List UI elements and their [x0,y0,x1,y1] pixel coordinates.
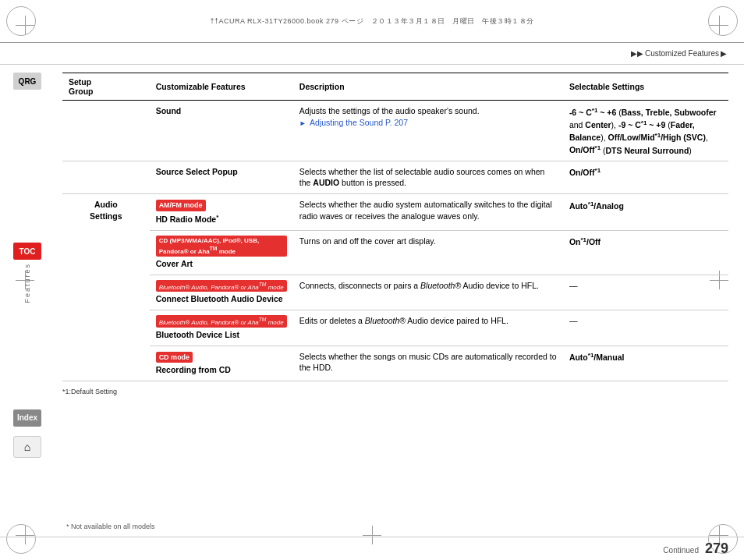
cell-settings-btconnect: — [563,275,728,310]
cell-setup-sound [62,101,150,161]
footnote-section: *1:Default Setting [62,388,728,395]
link-icon-sound: ► [299,119,306,127]
desc-text-btlist: Edits or deletes a Bluetooth® Audio devi… [299,316,508,325]
home-button[interactable]: ⌂ [13,436,41,458]
cell-feature-btlist: Bluetooth® Audio, Pandora® or AhaTM mode… [150,310,293,346]
continued-text: Continued [663,546,699,555]
cell-desc-btconnect: Connects, disconnects or pairs a Bluetoo… [293,275,563,310]
cell-setup-ssp [62,161,150,193]
feature-name-recording: Recording from CD [156,365,231,374]
desc-text-btconnect: Connects, disconnects or pairs a Bluetoo… [299,281,539,290]
setup-group-audio: AudioSettings [90,200,122,221]
cell-desc-ssp: Selects whether the list of selectable a… [293,161,563,193]
cell-settings-hdradio: Auto*1/Analog [563,194,728,231]
top-bar-text: ††ACURA RLX-31TY26000.book 279 ページ ２０１３年… [210,16,533,27]
settings-recording: Auto*1/Manual [569,353,625,362]
th-customizable: Customizable Features [150,73,293,101]
main-content: SetupGroup Customizable Features Descrip… [55,65,744,560]
footnote-1: *1:Default Setting [62,388,728,395]
mode-badge-cd: CD (MP3/WMA/AAC), iPod®, USB, Pandora® o… [156,236,287,257]
header-nav: ▶▶ Customized Features ▶ [0,43,744,65]
feature-name-btlist: Bluetooth Device List [156,330,239,339]
settings-hdradio: Auto*1/Analog [569,201,624,211]
feature-name-hdradio: HD Radio Mode* [156,214,219,224]
table-row: Sound Adjusts the settings of the audio … [62,101,728,161]
page-number: 279 [705,541,728,557]
cell-feature-sound: Sound [150,101,293,161]
table-row: CD mode Recording from CD Selects whethe… [62,346,728,381]
cell-settings-btlist: — [563,310,728,346]
desc-text-ssp: Selects whether the list of selectable a… [299,167,545,188]
cell-settings-ssp: On/Off*1 [563,161,728,193]
cell-feature-hdradio: AM/FM mode HD Radio Mode* [150,194,293,231]
settings-coverart: On*1/Off [569,237,601,246]
cell-setup-audio: AudioSettings [62,194,150,381]
feature-name-ssp: Source Select Popup [156,167,238,176]
th-selectable: Selectable Settings [563,73,728,101]
cell-settings-sound: -6 ~ C*1 ~ +6 (Bass, Treble, Subwoofer a… [563,101,728,161]
feature-name-btconnect: Connect Bluetooth Audio Device [156,294,283,303]
table-row: AudioSettings AM/FM mode HD Radio Mode* … [62,194,728,231]
cell-settings-recording: Auto*1/Manual [563,346,728,381]
mode-badge-bt1: Bluetooth® Audio, Pandora® or AhaTM mode [156,280,287,292]
cell-feature-ssp: Source Select Popup [150,161,293,193]
cell-desc-recording: Selects whether the songs on music CDs a… [293,346,563,381]
footnote-2: * Not available on all models [66,523,155,530]
mode-badge-amfm: AM/FM mode [156,200,206,211]
cell-desc-sound: Adjusts the settings of the audio speake… [293,101,563,161]
bottom-right: Continued 279 [663,541,728,557]
desc-text-sound: Adjusts the settings of the audio speake… [299,106,480,115]
cell-desc-btlist: Edits or deletes a Bluetooth® Audio devi… [293,310,563,346]
th-description: Description [293,73,563,101]
cell-desc-coverart: Turns on and off the cover art display. [293,230,563,275]
desc-text-recording: Selects whether the songs on music CDs a… [299,352,557,373]
toc-section: TOC Features [13,243,41,303]
mode-badge-cdmode: CD mode [156,352,193,363]
mode-badge-bt2: Bluetooth® Audio, Pandora® or AhaTM mode [156,315,287,328]
feature-name-coverart: Cover Art [156,259,193,268]
home-icon-glyph: ⌂ [24,441,30,453]
link-sound[interactable]: Adjusting the Sound P. 207 [310,118,408,127]
bottom-bar: Continued 279 [0,537,744,560]
table-row: Bluetooth® Audio, Pandora® or AhaTM mode… [62,275,728,310]
header-nav-suffix: ▶ [721,49,727,58]
qrg-badge[interactable]: QRG [13,73,41,90]
settings-ssp: On/Off*1 [569,168,601,177]
toc-badge[interactable]: TOC [13,243,41,260]
cell-desc-hdradio: Selects whether the audio system automat… [293,194,563,231]
left-sidebar: QRG TOC Features Index ⌂ [0,65,55,537]
table-row: Bluetooth® Audio, Pandora® or AhaTM mode… [62,310,728,346]
desc-text-coverart: Turns on and off the cover art display. [299,236,436,246]
header-nav-title: Customized Features [645,49,719,58]
index-badge[interactable]: Index [13,409,41,427]
table-row: CD (MP3/WMA/AAC), iPod®, USB, Pandora® o… [62,230,728,275]
header-nav-arrows: ▶▶ [631,49,643,58]
top-bar: ††ACURA RLX-31TY26000.book 279 ページ ２０１３年… [0,0,744,43]
cell-settings-coverart: On*1/Off [563,230,728,275]
table-row: Source Select Popup Selects whether the … [62,161,728,193]
features-table: SetupGroup Customizable Features Descrip… [62,73,728,381]
desc-text-hdradio: Selects whether the audio system automat… [299,200,552,221]
features-label: Features [23,263,31,303]
cell-feature-recording: CD mode Recording from CD [150,346,293,381]
settings-btconnect: — [569,281,578,290]
cell-feature-coverart: CD (MP3/WMA/AAC), iPod®, USB, Pandora® o… [150,230,293,275]
cell-feature-btconnect: Bluetooth® Audio, Pandora® or AhaTM mode… [150,275,293,310]
feature-name-sound: Sound [156,106,182,115]
settings-sound: -6 ~ C*1 ~ +6 (Bass, Treble, Subwoofer a… [569,108,717,155]
settings-btlist: — [569,316,578,325]
th-setup-group: SetupGroup [62,73,150,101]
